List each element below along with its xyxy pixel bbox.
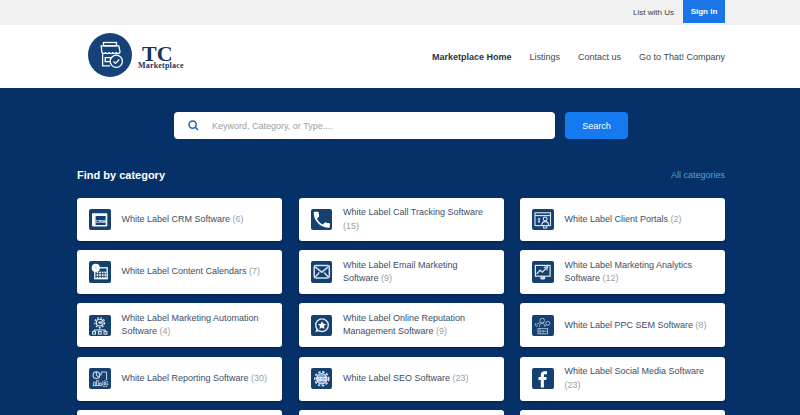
svg-text:CRM: CRM	[96, 218, 106, 223]
svg-text:SEO: SEO	[316, 376, 326, 381]
